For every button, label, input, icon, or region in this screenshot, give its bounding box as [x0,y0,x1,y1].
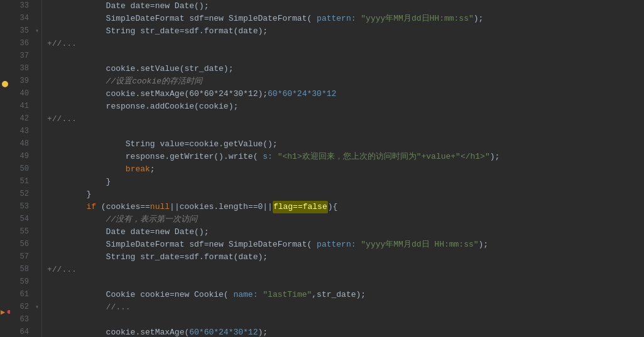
line-number: 34 [10,13,33,23]
fold-icon[interactable] [33,188,41,190]
fold-icon[interactable] [33,13,41,14]
gutter-marker: ▶● [0,307,10,317]
fold-icon[interactable] [33,213,41,215]
line-number-row: 52 [10,188,41,201]
fold-expand-icon[interactable]: ▾ [33,301,41,311]
code-line: String str_date=sdf.format(date); [47,25,644,38]
bulb-icon [2,81,8,87]
code-token: ); [479,238,489,251]
line-number: 63 [10,314,33,324]
fold-icon[interactable] [33,289,41,291]
gutter-marker [0,119,10,129]
fold-icon[interactable] [33,276,41,278]
line-number: 49 [10,151,33,161]
code-line: //... [47,301,644,314]
code-token: ); [258,326,268,337]
fold-icon[interactable] [33,226,41,228]
code-token: response.addCookie(cookie); [47,100,238,113]
code-line: String value=cookie.getValue(); [47,138,644,151]
fold-icon[interactable] [33,38,41,40]
code-token: if [86,201,96,213]
line-number-row: 53 [10,201,41,213]
line-number-row: 57 [10,251,41,264]
gutter-marker [0,277,10,287]
code-line: +//... [47,264,644,276]
gutter-marker [0,0,10,10]
gutter-marker [0,317,10,327]
code-token: "lastTime" [263,289,312,301]
fold-icon[interactable] [33,151,41,152]
fold-icon[interactable] [33,201,41,203]
fold-icon[interactable] [33,264,41,265]
fold-icon[interactable] [33,314,41,316]
gutter-marker [0,257,10,267]
code-token: String str_date=sdf.format(date); [47,25,268,38]
fold-icon[interactable] [33,0,41,2]
gutter-marker [0,198,10,208]
code-token: ); [490,151,500,163]
code-token: } [47,176,111,188]
gutter-markers: ▶● [0,0,10,337]
fold-icon[interactable] [33,75,41,77]
fold-icon[interactable] [33,326,41,328]
line-number: 40 [10,88,33,98]
line-number-row: 64 [10,326,41,337]
fold-icon[interactable] [33,176,41,178]
fold-icon[interactable] [33,251,41,253]
fold-icon[interactable] [33,88,41,90]
line-number-row: 58 [10,264,41,276]
fold-expand-icon[interactable]: ▾ [33,25,41,35]
line-number-row: 38 [10,63,41,75]
code-token: break [126,163,150,176]
code-line: cookie.setMaxAge(60*60*24*30*12);60*60*2… [47,88,644,100]
line-number: 37 [10,50,33,60]
line-number-row: 35▾ [10,25,41,38]
code-token: Date date=new Date(); [47,226,209,238]
code-token: String str_date=sdf.format(date); [47,251,268,264]
line-number: 36 [10,38,33,48]
fold-icon[interactable] [33,100,41,102]
fold-icon[interactable] [33,113,41,115]
line-number: 50 [10,163,33,173]
fold-icon[interactable] [33,238,41,240]
code-token: ){ [328,201,338,213]
line-number-row: 56 [10,238,41,251]
code-token: 60*60*24*30*12 [189,326,258,337]
fold-icon[interactable] [33,126,41,127]
code-token: //设置cookie的存活时间 [47,75,202,88]
line-number-row: 42 [10,113,41,126]
code-token: ); [474,13,484,25]
code-token: +//... [47,38,77,50]
code-line: //没有，表示第一次访问 [47,213,644,226]
line-number: 62 [10,301,33,311]
line-number: 61 [10,289,33,299]
fold-icon[interactable] [33,138,41,140]
code-token: 60*60*24*30*12 [268,88,336,100]
fold-icon[interactable] [33,63,41,65]
code-line: response.getWriter().write( s: "<h1>欢迎回来… [47,151,644,163]
line-number-row: 37 [10,50,41,63]
line-number-row: 43 [10,126,41,138]
code-token [356,238,361,251]
gutter-marker [0,60,10,70]
line-number: 39 [10,75,33,85]
line-number-row: 41 [10,100,41,113]
fold-icon[interactable] [33,163,41,165]
line-number: 57 [10,251,33,261]
code-line: if (cookies==null||cookies.length==0||fl… [47,201,644,213]
code-token: flag==false [273,201,328,213]
code-editor: ▶● 333435▾363738394041424348495051525354… [0,0,644,337]
code-line: break; [47,163,644,176]
line-number: 54 [10,213,33,223]
code-line [47,50,644,63]
code-token: cookie.setMaxAge(60*60*24*30*12); [47,88,268,100]
line-number: 41 [10,100,33,110]
code-token [47,201,86,213]
gutter-marker [0,297,10,307]
gutter-marker [0,89,10,99]
code-token: name: [233,289,258,301]
line-number-row: 39 [10,75,41,88]
fold-icon[interactable] [33,50,41,52]
gutter-marker [0,20,10,30]
code-line: +//... [47,113,644,126]
